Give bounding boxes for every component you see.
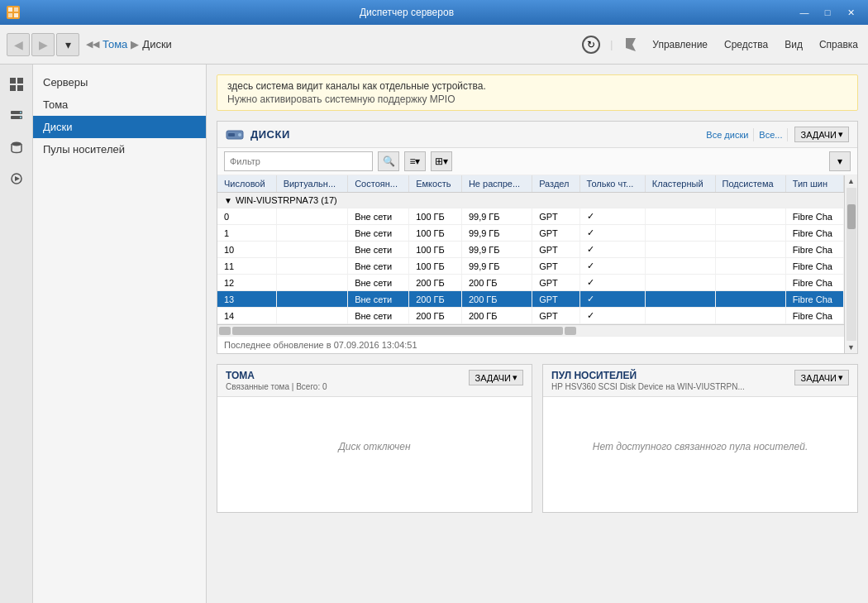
storage-pool-tasks-button[interactable]: ЗАДАЧИ ▾	[794, 370, 849, 385]
sidebar-icon-servers[interactable]	[3, 103, 30, 129]
main-toolbar: ◀ ▶ ▾ ◀◀ Тома ▶ Диски ↻ | Управление Сре…	[0, 25, 868, 65]
col-cluster[interactable]: Кластерный	[645, 175, 715, 193]
flag-icon	[622, 36, 639, 53]
volumes-panel: ТОМА Связанные тома | Всего: 0 ЗАДАЧИ ▾ …	[217, 364, 532, 513]
svg-rect-6	[17, 78, 23, 84]
title-bar-left	[7, 6, 20, 19]
view-toggle-button[interactable]: ≡▾	[404, 151, 426, 171]
toolbar-right: ↻ | Управление Средства Вид Справка	[582, 36, 861, 54]
vertical-scrollbar[interactable]: ▲ ▼	[844, 175, 857, 353]
table-row[interactable]: 14Вне сети200 ГБ200 ГБGPT✓Fibre Cha	[217, 308, 844, 324]
filter-input[interactable]	[224, 151, 373, 171]
horizontal-scrollbar[interactable]	[217, 324, 844, 336]
disks-table-scroll[interactable]: Числовой Виртуальн... Состоян... Емкость…	[217, 175, 857, 353]
table-row[interactable]: 13Вне сети200 ГБ200 ГБGPT✓Fibre Cha	[217, 291, 844, 308]
breadcrumb-separator: ▶	[131, 38, 139, 50]
svg-point-11	[19, 112, 21, 113]
maximize-button[interactable]: □	[817, 4, 838, 21]
svg-marker-15	[15, 176, 20, 181]
volumes-tasks-button[interactable]: ЗАДАЧИ ▾	[469, 370, 523, 385]
col-virtual[interactable]: Виртуальн...	[276, 175, 348, 193]
svg-point-17	[238, 133, 241, 136]
volumes-panel-body: Диск отключен	[217, 397, 532, 496]
notification-bar: здесь система видит каналы как отдельные…	[217, 74, 858, 111]
help-menu[interactable]: Справка	[816, 37, 861, 52]
scroll-up-arrow[interactable]: ▲	[846, 175, 857, 187]
minimize-button[interactable]: —	[794, 4, 815, 21]
storage-pool-panel: ПУЛ НОСИТЕЛЕЙ HP HSV360 SCSI Disk Device…	[542, 364, 858, 513]
bottom-panels: ТОМА Связанные тома | Всего: 0 ЗАДАЧИ ▾ …	[217, 364, 858, 513]
panel-tabs: Все диски Все...	[701, 128, 788, 141]
sidebar-icon-volumes[interactable]	[3, 134, 30, 160]
volumes-tasks-label: ЗАДАЧИ	[475, 373, 511, 383]
breadcrumb: ◀◀ Тома ▶ Диски	[86, 38, 172, 50]
group-button[interactable]: ⊞▾	[431, 151, 452, 171]
tools-menu[interactable]: Средства	[721, 37, 771, 52]
sidebar-item-volumes[interactable]: Тома	[33, 93, 206, 116]
manage-menu[interactable]: Управление	[649, 37, 711, 52]
sidebar-label-servers: Серверы	[43, 76, 88, 89]
volumes-panel-header: ТОМА Связанные тома | Всего: 0 ЗАДАЧИ ▾	[217, 365, 532, 397]
col-number[interactable]: Числовой	[217, 175, 276, 193]
svg-rect-1	[14, 7, 18, 12]
disks-table: Числовой Виртуальн... Состоян... Емкость…	[217, 175, 844, 324]
window-title: Диспетчер серверов	[20, 7, 794, 18]
sidebar-item-storage-pools[interactable]: Пулы носителей	[33, 138, 206, 160]
notification-line2: Нужно активировать системную поддержку M…	[227, 93, 847, 105]
nav-buttons: ◀ ▶ ▾	[7, 33, 79, 56]
view-menu[interactable]: Вид	[781, 37, 806, 52]
tasks-button[interactable]: ЗАДАЧИ ▾	[794, 127, 849, 142]
back-button[interactable]: ◀	[7, 33, 30, 56]
scroll-track[interactable]	[847, 188, 856, 341]
svg-marker-4	[626, 38, 636, 51]
disks-panel-header-right: Все диски Все... ЗАДАЧИ ▾	[701, 127, 849, 142]
scroll-thumb[interactable]	[847, 204, 856, 229]
storage-pool-tasks-label: ЗАДАЧИ	[800, 373, 837, 383]
storage-pool-title: ПУЛ НОСИТЕЛЕЙ	[551, 370, 745, 381]
table-row[interactable]: 10Вне сети100 ГБ99,9 ГБGPT✓Fibre Cha	[217, 242, 844, 258]
disks-panel: ДИСКИ Все диски Все... ЗАДАЧИ ▾ 🔍 ≡▾	[217, 121, 858, 354]
disks-panel-header: ДИСКИ Все диски Все... ЗАДАЧИ ▾	[217, 122, 857, 148]
sidebar-label-volumes: Тома	[43, 98, 68, 111]
col-unalloc[interactable]: Не распре...	[461, 175, 532, 193]
svg-rect-0	[8, 7, 12, 12]
table-row[interactable]: 1Вне сети100 ГБ99,9 ГБGPT✓Fibre Cha	[217, 225, 844, 242]
col-subsystem[interactable]: Подсистема	[715, 175, 785, 193]
breadcrumb-current: Диски	[142, 38, 172, 50]
col-readonly[interactable]: Только чт...	[579, 175, 645, 193]
svg-rect-8	[17, 85, 23, 91]
refresh-icon: ↻	[587, 39, 595, 50]
table-row[interactable]: 11Вне сети100 ГБ99,9 ГБGPT✓Fibre Cha	[217, 258, 844, 275]
col-bustype[interactable]: Тип шин	[785, 175, 843, 193]
filter-search-button[interactable]: 🔍	[378, 151, 399, 171]
breadcrumb-parent[interactable]: Тома	[103, 38, 127, 50]
breadcrumb-prefix: ◀◀	[86, 39, 99, 50]
svg-point-12	[19, 117, 21, 118]
nav-dropdown-button[interactable]: ▾	[56, 33, 79, 56]
storage-pool-panel-body: Нет доступного связанного пула носителей…	[543, 397, 857, 496]
forward-button[interactable]: ▶	[31, 33, 55, 56]
table-row[interactable]: 12Вне сети200 ГБ200 ГБGPT✓Fibre Cha	[217, 275, 844, 291]
tab-all-disks[interactable]: Все диски	[701, 128, 754, 141]
table-row[interactable]: 0Вне сети100 ГБ99,9 ГБGPT✓Fibre Cha	[217, 208, 844, 225]
col-capacity[interactable]: Емкость	[409, 175, 462, 193]
disk-group-row: ▼WIN-VIUSTRPNA73 (17)	[217, 193, 844, 208]
col-status[interactable]: Состоян...	[348, 175, 409, 193]
sidebar-icon-dashboard[interactable]	[3, 71, 30, 98]
scroll-down-arrow[interactable]: ▼	[846, 342, 857, 353]
sidebar-label-storage-pools: Пулы носителей	[43, 143, 125, 156]
sidebar-item-servers[interactable]: Серверы	[33, 71, 206, 93]
storage-pool-header-left: ПУЛ НОСИТЕЛЕЙ HP HSV360 SCSI Disk Device…	[551, 370, 745, 391]
col-partition[interactable]: Раздел	[532, 175, 579, 193]
title-bar: Диспетчер серверов — □ ✕	[0, 0, 868, 25]
storage-pool-panel-header: ПУЛ НОСИТЕЛЕЙ HP HSV360 SCSI Disk Device…	[543, 365, 857, 397]
refresh-button[interactable]: ↻	[582, 36, 600, 54]
sidebar-icon-expand[interactable]	[3, 165, 30, 192]
close-button[interactable]: ✕	[840, 4, 861, 21]
collapse-button[interactable]: ▾	[829, 151, 851, 171]
storage-pool-tasks-dropdown-icon: ▾	[838, 372, 843, 383]
window-controls: — □ ✕	[794, 4, 861, 21]
tab-selected[interactable]: Все...	[754, 128, 788, 141]
sidebar-item-disks[interactable]: Диски	[33, 116, 206, 138]
svg-rect-18	[228, 133, 235, 136]
